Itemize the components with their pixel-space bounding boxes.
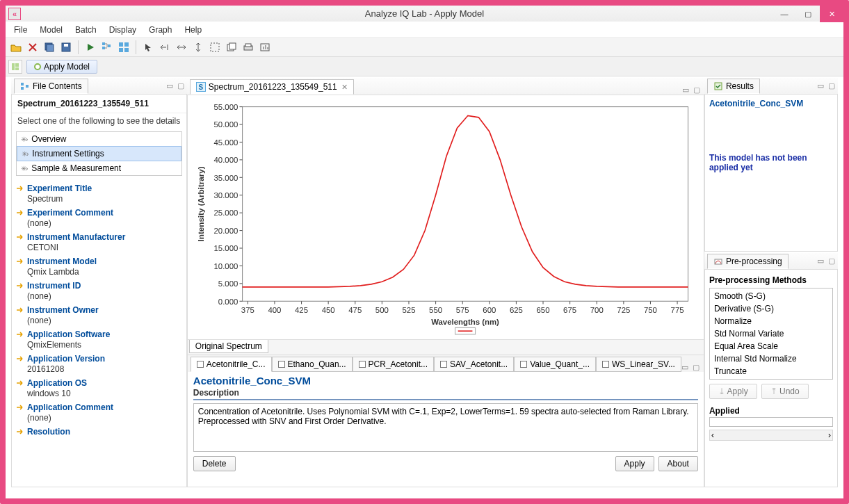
property-row: Resolution	[15, 426, 186, 441]
property-row: Application OSwindows 10	[15, 377, 186, 402]
preprocessing-method-item[interactable]: Std Normal Variate	[713, 327, 830, 340]
property-value: (none)	[27, 412, 184, 425]
minimize-view-icon[interactable]: ▭	[817, 257, 824, 266]
model-title: Acetonitrile_Conc_SVM	[193, 375, 698, 387]
model-tab[interactable]: PCR_Acetonit...	[353, 357, 434, 372]
save-all-icon[interactable]	[42, 40, 57, 55]
menu-model[interactable]: Model	[34, 24, 68, 36]
models-panel: Acetonitrile_C...Ethano_Quan...PCR_Aceto…	[187, 355, 704, 487]
undo-preprocessing-button[interactable]: ⤒ Undo	[761, 384, 809, 399]
titlebar: « Analyze IQ Lab - Apply Model — ▢ ✕	[6, 6, 843, 22]
arrow-icon	[16, 330, 24, 339]
pointer-icon[interactable]	[140, 40, 156, 55]
svg-text:450: 450	[321, 306, 334, 314]
model-description-text[interactable]: Concentration of Acetonitrile. Uses Poly…	[193, 403, 698, 452]
results-icon	[713, 81, 723, 91]
menu-display[interactable]: Display	[104, 24, 142, 36]
minimize-view-icon[interactable]: ▭	[681, 363, 688, 372]
model-tab[interactable]: WS_Linear_SV...	[596, 357, 681, 372]
tab-original-spectrum[interactable]: Original Spectrum	[189, 340, 268, 353]
model-tab-label: Value_Quant_...	[530, 359, 590, 369]
arrow-icon	[16, 428, 24, 436]
menu-batch[interactable]: Batch	[70, 24, 102, 36]
section-instrument-settings[interactable]: ✳›Instrument Settings	[17, 146, 181, 161]
property-row: Instrument Owner(none)	[15, 304, 186, 329]
preprocessing-method-item[interactable]: Equal Area Scale	[713, 340, 830, 352]
horizontal-scrollbar[interactable]: ‹ ›	[709, 430, 833, 441]
apply-model-button[interactable]: Apply	[615, 456, 654, 471]
model-tab[interactable]: Value_Quant_...	[514, 357, 596, 372]
minimize-view-icon[interactable]: ▭	[682, 86, 689, 95]
close-button[interactable]: ✕	[820, 6, 843, 22]
svg-rect-6	[108, 44, 111, 47]
preprocessing-method-item[interactable]: Derivative (S-G)	[713, 302, 830, 315]
svg-text:600: 600	[483, 306, 496, 314]
results-tab[interactable]: Results	[707, 79, 760, 94]
maximize-button[interactable]: ▢	[796, 6, 820, 22]
save-icon[interactable]	[58, 40, 74, 55]
minimize-view-icon[interactable]: ▭	[166, 81, 173, 90]
apply-preprocessing-button[interactable]: ⤓ Apply	[709, 384, 757, 399]
section-sample-measurement[interactable]: ✳›Sample & Measurement	[17, 161, 181, 175]
maximize-view-icon[interactable]: ▢	[693, 86, 700, 95]
minimize-view-icon[interactable]: ▭	[817, 81, 824, 90]
menu-graph[interactable]: Graph	[143, 24, 177, 36]
svg-text:20.000: 20.000	[213, 227, 238, 235]
svg-rect-8	[124, 42, 129, 47]
minimize-button[interactable]: —	[773, 6, 796, 22]
chart-canvas[interactable]: 0.0005.00010.00015.00020.00025.00030.000…	[187, 95, 704, 340]
preprocessing-method-item[interactable]: Internal Std Normalize	[713, 352, 830, 365]
menu-file[interactable]: File	[8, 24, 33, 36]
perspective-apply-model[interactable]: Apply Model	[26, 60, 97, 74]
maximize-view-icon[interactable]: ▢	[177, 81, 184, 90]
preprocessing-method-item[interactable]: Smooth (S-G)	[713, 290, 830, 302]
maximize-view-icon[interactable]: ▢	[828, 81, 835, 90]
file-contents-tab[interactable]: File Contents	[14, 79, 88, 94]
open-perspective-icon[interactable]	[8, 60, 22, 74]
print-icon[interactable]	[241, 40, 256, 55]
model-tab[interactable]: Ethano_Quan...	[272, 357, 353, 372]
menu-help[interactable]: Help	[179, 24, 207, 36]
open-icon[interactable]	[8, 40, 24, 55]
svg-rect-23	[242, 107, 688, 302]
view-tab-label: Results	[726, 81, 754, 91]
tree-icon[interactable]	[99, 40, 115, 55]
close-tab-icon[interactable]: ✕	[341, 83, 348, 92]
editor-tab-label: Spectrum_20161223_135549_511	[209, 82, 337, 92]
preprocessing-method-item[interactable]: Normalize	[713, 315, 830, 327]
export-icon[interactable]	[257, 40, 273, 55]
editor-tab-spectrum[interactable]: S Spectrum_20161223_135549_511 ✕	[190, 79, 354, 95]
perspective-switcher: Apply Model	[6, 57, 843, 76]
model-tab[interactable]: SAV_Acetonit...	[434, 357, 514, 372]
property-key: Application Comment	[27, 403, 113, 412]
grid-icon[interactable]	[116, 40, 131, 55]
delete-model-button[interactable]: Delete	[193, 456, 236, 471]
applied-list[interactable]	[709, 417, 833, 427]
preprocessing-method-item[interactable]: Truncate	[713, 365, 830, 377]
svg-rect-7	[119, 42, 123, 47]
maximize-view-icon[interactable]: ▢	[828, 257, 835, 266]
property-value: 20161208	[27, 364, 184, 377]
arrow-icon	[16, 209, 24, 217]
copy-chart-icon[interactable]	[224, 40, 239, 55]
about-model-button[interactable]: About	[658, 456, 698, 471]
preprocessing-methods-list[interactable]: Smooth (S-G)Derivative (S-G)NormalizeStd…	[709, 288, 833, 380]
scroll-right-icon[interactable]: ›	[828, 430, 831, 440]
toolbar-separator	[136, 40, 136, 54]
property-value: Qmix Lambda	[27, 266, 184, 279]
preprocessing-tab[interactable]: Pre-processing	[707, 254, 789, 269]
scroll-left-icon[interactable]: ‹	[711, 430, 714, 440]
zoom-out-arrow-icon[interactable]	[157, 40, 172, 55]
zoom-y-icon[interactable]	[191, 40, 206, 55]
delete-icon[interactable]	[25, 40, 40, 55]
svg-text:35.000: 35.000	[213, 173, 238, 181]
zoom-box-icon[interactable]	[207, 40, 223, 55]
model-tab-label: Ethano_Quan...	[288, 359, 346, 369]
run-icon[interactable]	[83, 40, 98, 55]
section-overview[interactable]: ✳›Overview	[17, 132, 181, 146]
svg-rect-19	[15, 67, 19, 70]
zoom-x-icon[interactable]	[174, 40, 189, 55]
property-row: Experiment Comment(none)	[15, 207, 186, 231]
maximize-view-icon[interactable]: ▢	[693, 363, 700, 372]
model-tab[interactable]: Acetonitrile_C...	[191, 357, 272, 372]
